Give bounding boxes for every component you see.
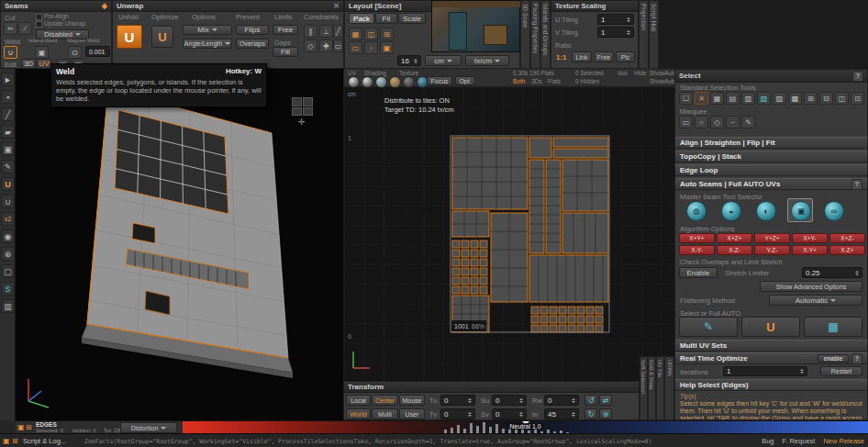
- marquee-rect-icon[interactable]: ▭: [679, 116, 693, 129]
- scene-preview-thumbnail[interactable]: [431, 0, 520, 52]
- auto-pack-button[interactable]: ▦: [804, 317, 862, 337]
- ratio-pic-button[interactable]: Pic: [616, 51, 635, 62]
- section-help-select[interactable]: Help Select (Edges): [675, 379, 867, 391]
- stretch-limiter-field[interactable]: 0.25: [802, 267, 862, 278]
- marquee-circle-icon[interactable]: ○: [695, 116, 708, 129]
- sel-tool-3[interactable]: ▤: [726, 92, 740, 105]
- center-pivot-button[interactable]: ⊕: [599, 408, 612, 419]
- section-rto[interactable]: Real Time Optimize enable ?: [675, 352, 867, 364]
- sel-tool-7[interactable]: ▩: [788, 92, 802, 105]
- seam-tool-cylinder[interactable]: ◒: [721, 201, 741, 221]
- iterations-field[interactable]: 1: [723, 366, 807, 376]
- sel-tool-0[interactable]: ☐: [679, 92, 693, 105]
- pivot-multi-button[interactable]: Multi: [372, 408, 398, 419]
- overlaps-button[interactable]: Overlaps: [236, 39, 269, 49]
- density-unit-dropdown[interactable]: tx/cm: [465, 55, 509, 66]
- focus-button[interactable]: Focus: [427, 76, 452, 85]
- pack-cols-icon[interactable]: ▫: [364, 41, 378, 54]
- mix-dropdown[interactable]: Mix: [183, 25, 232, 35]
- algo-btn-8[interactable]: X-Y+: [792, 245, 828, 255]
- edit-uv-toggle[interactable]: UV: [37, 59, 51, 69]
- rotate-left-button[interactable]: ↺: [584, 395, 597, 406]
- map-size-field[interactable]: 16: [397, 55, 421, 66]
- unfold-tool-icon[interactable]: U: [1, 177, 15, 191]
- pack-window-icon[interactable]: ⊞: [380, 28, 394, 40]
- constraint-rect-icon[interactable]: ▭: [333, 39, 343, 52]
- magnet-weld-icon[interactable]: Ω: [68, 46, 82, 59]
- uv-viewport[interactable]: UV Shading Texture Focus Opt. 0.30b 190 …: [343, 69, 674, 381]
- seam-tool-link[interactable]: ∞: [824, 201, 844, 221]
- sel-tool-6[interactable]: ▨: [773, 92, 786, 105]
- v-tiling-field[interactable]: 1: [597, 27, 634, 38]
- tab-fit[interactable]: Fit: [375, 13, 397, 24]
- autoseams-help-icon[interactable]: ?: [851, 179, 862, 190]
- tab-grid-snap[interactable]: Grid & Snap: [648, 356, 656, 420]
- algo-btn-1[interactable]: X+Z+: [717, 233, 752, 243]
- rotate-right-button[interactable]: ↻: [584, 408, 597, 419]
- rw-field[interactable]: 0: [544, 395, 579, 406]
- tab-soft-selection[interactable]: Soft Selection: [640, 356, 648, 420]
- constraint-perp-icon[interactable]: ⊥: [319, 25, 333, 38]
- tab-3d-scale[interactable]: 3D Scale: [520, 0, 530, 69]
- seam-tool-box-selected[interactable]: ▣: [787, 198, 813, 222]
- constraint-slash-icon[interactable]: ╱: [333, 25, 343, 38]
- constraint-pin-icon[interactable]: ∥: [304, 25, 317, 38]
- sel-tool-4[interactable]: ▥: [741, 92, 755, 105]
- opt-button[interactable]: Opt.: [455, 76, 475, 85]
- texel-tool-icon[interactable]: ▥: [1, 299, 15, 313]
- tab-pack[interactable]: Pack: [349, 13, 374, 24]
- edit-3d-toggle[interactable]: 3D: [21, 59, 36, 69]
- show-hidden-toggle[interactable]: Show: [650, 78, 664, 84]
- angle-length-dropdown[interactable]: Angle/Length: [183, 39, 232, 49]
- camera-tool-icon[interactable]: ▢: [1, 264, 15, 278]
- symmetry-tool-icon[interactable]: S: [1, 282, 15, 296]
- tu-field[interactable]: 0: [440, 395, 475, 406]
- island-weld-icon[interactable]: ▣: [35, 46, 49, 59]
- distortion-gradient[interactable]: Neutral 1.0: [183, 421, 868, 434]
- in-field[interactable]: 45: [544, 408, 579, 419]
- tab-udims[interactable]: UDIMs: [664, 356, 674, 420]
- algo-btn-7[interactable]: Y-Z-: [754, 245, 790, 255]
- pre-align-checkbox[interactable]: [36, 14, 42, 20]
- optimize-button[interactable]: U: [151, 26, 173, 48]
- script-log-button[interactable]: Script & Log...: [23, 437, 66, 445]
- algo-btn-5[interactable]: X-Y-: [679, 245, 715, 255]
- algo-btn-9[interactable]: X-Z+: [829, 245, 865, 255]
- select-help-icon[interactable]: ?: [852, 71, 863, 82]
- algo-btn-6[interactable]: X-Z-: [717, 245, 752, 255]
- sel-tool-8[interactable]: ⊞: [804, 92, 818, 105]
- update-unwrap-checkbox[interactable]: [36, 21, 42, 28]
- sv-field[interactable]: 0: [492, 408, 527, 419]
- section-topocopy[interactable]: TopoCopy | Stack: [675, 151, 867, 162]
- enable-button[interactable]: Enable: [679, 267, 718, 278]
- pivot-local-button[interactable]: Local: [346, 395, 371, 406]
- pack-grid-icon[interactable]: ▦: [349, 28, 362, 40]
- sel-tool-2[interactable]: ▦: [710, 92, 724, 105]
- visibility-tool-icon[interactable]: ◉: [1, 229, 15, 243]
- viewport-3d[interactable]: ✛: [16, 69, 343, 420]
- tab-script-hub[interactable]: Script Hub: [649, 0, 659, 69]
- sel-tool-clear[interactable]: ✕: [695, 92, 708, 105]
- panel-flag-icon[interactable]: ◆: [102, 2, 107, 11]
- su-field[interactable]: 0: [492, 395, 527, 406]
- pivot-mouse-button[interactable]: Mouse: [399, 395, 425, 406]
- algo-btn-2[interactable]: Y+Z+: [754, 233, 790, 243]
- feature-request-link[interactable]: F. Request: [783, 437, 816, 445]
- new-release-link[interactable]: New Release: [823, 437, 864, 445]
- tab-packing-properties[interactable]: Packing Properties: [530, 0, 540, 69]
- pivot-user-button[interactable]: User: [399, 408, 425, 419]
- tab-uv-tile[interactable]: UV Tile: [656, 356, 664, 420]
- focus-tool-icon[interactable]: ⊕: [1, 247, 15, 261]
- section-align[interactable]: Align | Straighten | Flip | Fit: [675, 137, 867, 149]
- algo-btn-0[interactable]: X+Y+: [679, 233, 715, 243]
- cut-knife-icon[interactable]: ∕: [18, 22, 32, 35]
- unfold-button[interactable]: U: [117, 25, 142, 49]
- weld-tool-icon-left[interactable]: ∪: [1, 195, 15, 208]
- auto-select-seams-button[interactable]: ✎: [679, 317, 738, 337]
- flats-toggle[interactable]: Flats: [548, 78, 561, 84]
- show-toggle[interactable]: Show: [650, 70, 664, 76]
- marquee-poly-icon[interactable]: ◇: [710, 116, 724, 129]
- vertex-mode-icon[interactable]: ▪: [1, 90, 15, 104]
- pivot-center-button[interactable]: Center: [372, 395, 398, 406]
- pivot-world-button[interactable]: World: [346, 408, 371, 419]
